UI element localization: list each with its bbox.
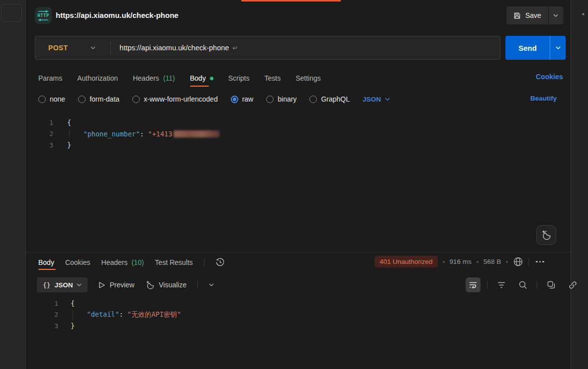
cookies-link[interactable]: Cookies [536, 73, 563, 81]
code-line: 2 "phone_number": "+1413 [26, 128, 571, 140]
collapse-arrow-icon[interactable]: ◂ [582, 11, 584, 16]
tab-tests[interactable]: Tests [264, 70, 281, 87]
body-format-dropdown[interactable]: JSON [363, 96, 390, 103]
history-clock-icon [215, 257, 225, 267]
response-headers-count-badge: (10) [131, 258, 144, 266]
copy-button[interactable] [544, 277, 559, 292]
visualize-button[interactable]: Visualize [145, 280, 187, 290]
response-tab-test-results-label: Test Results [155, 258, 193, 266]
line-number: 1 [26, 119, 53, 126]
url-input[interactable]: https://api.xiaomu.uk/check-phone [119, 44, 229, 52]
tab-tests-label: Tests [264, 74, 281, 82]
radio-circle-icon [266, 96, 274, 103]
radio-none-label: none [50, 95, 65, 103]
chevron-down-icon[interactable] [209, 283, 214, 286]
response-time[interactable]: 916 ms [450, 258, 472, 265]
preview-button[interactable]: Preview [98, 281, 134, 289]
send-options-button[interactable] [550, 36, 566, 60]
tab-headers-label: Headers [133, 74, 159, 82]
radio-graphql[interactable]: GraphQL [309, 95, 350, 103]
response-format-dropdown[interactable]: {} JSON [37, 277, 88, 292]
status-badge[interactable]: 401 Unauthorized [375, 256, 438, 267]
return-icon: ↵ [232, 44, 238, 52]
separator-dot [443, 261, 445, 263]
search-button[interactable] [515, 277, 530, 292]
tab-settings[interactable]: Settings [295, 70, 321, 87]
save-button[interactable]: Save [506, 6, 548, 24]
filter-icon [497, 282, 505, 288]
tab-body-label: Body [190, 74, 206, 82]
tab-authorization[interactable]: Authorization [77, 70, 118, 87]
divider [204, 258, 204, 266]
request-body-editor[interactable]: 1 { 2 "phone_number": "+1413 3 } [26, 117, 571, 151]
response-tab-headers-label: Headers [101, 258, 128, 266]
link-button[interactable] [565, 277, 580, 292]
response-tab-body-label: Body [38, 258, 54, 266]
tab-scripts[interactable]: Scripts [228, 70, 250, 87]
code-line: 3 } [26, 320, 571, 332]
sidebar-collapsed-item[interactable] [1, 4, 22, 22]
copy-icon [547, 281, 555, 289]
save-icon [513, 12, 521, 19]
divider [197, 281, 198, 289]
search-icon [519, 281, 527, 289]
headers-count-badge: (11) [163, 74, 175, 82]
filter-button[interactable] [494, 277, 509, 292]
more-options-icon[interactable] [534, 259, 546, 265]
code-text: "detail": "无效的API密钥" [71, 310, 181, 319]
radio-form-data[interactable]: form-data [78, 95, 119, 103]
request-title: https://api.xiaomu.uk/check-phone [56, 11, 179, 19]
code-line: 1 { [26, 117, 571, 128]
divider [487, 281, 488, 289]
active-tab-underline [190, 86, 209, 87]
arrow-left-icon [38, 18, 49, 21]
response-panel-divider[interactable] [26, 252, 571, 252]
postbot-button[interactable] [536, 225, 556, 245]
code-line: 2 "detail": "无效的API密钥" [26, 309, 571, 321]
http-request-icon: HTTP [35, 7, 52, 24]
method-selector[interactable]: POST [48, 44, 68, 52]
network-globe-icon[interactable] [513, 256, 523, 267]
radio-none[interactable]: none [38, 95, 65, 103]
left-sidebar [0, 0, 26, 369]
response-tab-cookies[interactable]: Cookies [65, 254, 91, 270]
radio-raw[interactable]: raw [231, 95, 254, 103]
line-number: 3 [26, 322, 58, 330]
radio-urlencoded[interactable]: x-www-form-urlencoded [132, 95, 218, 103]
right-sidebar: ◂ [571, 0, 588, 369]
save-options-button[interactable] [548, 6, 563, 24]
divider [537, 281, 537, 289]
wrap-text-icon [469, 281, 477, 288]
braces-icon: {} [43, 281, 51, 289]
app-window: ◂ HTTP https://api.xiaomu.uk/check-phone [0, 0, 588, 369]
wrap-text-button[interactable] [466, 277, 481, 292]
method-chevron-down-icon[interactable] [91, 46, 96, 49]
json-key: "detail" [87, 310, 119, 318]
response-tab-test-results[interactable]: Test Results [155, 254, 193, 270]
request-header-bar: HTTP https://api.xiaomu.uk/check-phone S… [26, 0, 571, 31]
send-button[interactable]: Send [505, 36, 550, 60]
beautify-link[interactable]: Beautify [530, 95, 557, 102]
request-tab-bar: Params Authorization Headers (11) Body S… [38, 70, 321, 87]
chevron-down-icon [385, 98, 390, 101]
response-tab-headers[interactable]: Headers (10) [101, 254, 144, 270]
radio-raw-label: raw [242, 95, 254, 103]
link-icon [569, 281, 577, 289]
response-tab-body[interactable]: Body [38, 254, 54, 270]
response-tab-bar: Body Cookies Headers (10) Test Results [38, 254, 225, 270]
redacted-phone-number [174, 130, 219, 137]
response-body-editor[interactable]: 1 { 2 "detail": "无效的API密钥" 3 } [26, 298, 571, 332]
response-history-button[interactable] [215, 254, 225, 270]
separator-dot [506, 261, 508, 263]
radio-form-data-label: form-data [90, 95, 119, 103]
body-format-label: JSON [363, 96, 381, 103]
code-line: 3 } [26, 139, 571, 151]
line-number: 2 [26, 130, 53, 137]
tab-params[interactable]: Params [38, 70, 62, 87]
radio-binary[interactable]: binary [266, 95, 296, 103]
tab-body[interactable]: Body [190, 70, 213, 87]
radio-circle-icon [309, 96, 317, 103]
response-size[interactable]: 568 B [484, 258, 501, 265]
tab-headers[interactable]: Headers (11) [133, 70, 175, 87]
chevron-down-icon [556, 46, 561, 49]
